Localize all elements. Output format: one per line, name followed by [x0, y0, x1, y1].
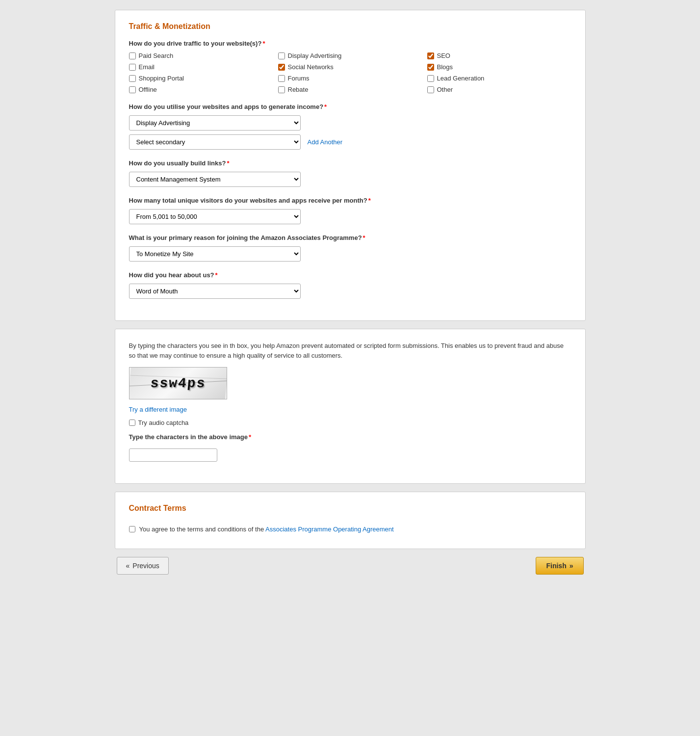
offline-checkbox[interactable] — [129, 86, 136, 93]
blogs-label: Blogs — [437, 63, 453, 71]
traffic-section-title: Traffic & Monetization — [129, 22, 571, 31]
build-links-group: How do you usually build links?* Content… — [129, 159, 571, 187]
forums-checkbox[interactable] — [278, 75, 285, 82]
finish-button[interactable]: Finish » — [536, 557, 583, 575]
try-different-image-link[interactable]: Try a different image — [129, 406, 571, 413]
captcha-image: ssw4ps — [129, 368, 227, 399]
hear-about-select[interactable]: Word of Mouth Search Engine Social Media… — [129, 284, 301, 299]
visitors-group: How many total unique visitors do your w… — [129, 197, 571, 224]
hear-about-group: How did you hear about us?* Word of Mout… — [129, 271, 571, 299]
rebate-label: Rebate — [288, 86, 309, 93]
paid-search-label: Paid Search — [139, 52, 174, 59]
checkbox-forums: Forums — [278, 75, 422, 82]
visitors-select[interactable]: From 5,001 to 50,000 Less than 500 From … — [129, 209, 301, 224]
finish-label: Finish — [546, 562, 566, 570]
captcha-image-wrapper: ssw4ps — [129, 367, 227, 399]
monetize-secondary-row: Select secondary Display Advertising Aff… — [129, 134, 571, 150]
join-reason-group: What is your primary reason for joining … — [129, 234, 571, 262]
captcha-card: By typing the characters you see in th b… — [115, 329, 586, 484]
checkbox-display-advertising: Display Advertising — [278, 52, 422, 59]
checkbox-rebate: Rebate — [278, 86, 422, 93]
audio-captcha-checkbox[interactable] — [129, 420, 135, 426]
captcha-input-group: Type the characters in the above image* — [129, 433, 571, 462]
other-label: Other — [437, 86, 453, 93]
checkbox-paid-search: Paid Search — [129, 52, 273, 59]
checkbox-lead-generation: Lead Generation — [427, 75, 571, 82]
seo-label: SEO — [437, 52, 450, 59]
monetize-question-group: How do you utilise your websites and app… — [129, 103, 571, 150]
captcha-text: ssw4ps — [150, 376, 207, 391]
hear-about-label: How did you hear about us?* — [129, 271, 571, 279]
display-advertising-checkbox[interactable] — [278, 53, 285, 59]
other-checkbox[interactable] — [427, 86, 434, 93]
previous-button[interactable]: « Previous — [117, 557, 169, 575]
traffic-question-label: How do you drive traffic to your website… — [129, 40, 571, 47]
checkbox-other: Other — [427, 86, 571, 93]
audio-captcha-label: Try audio captcha — [138, 419, 189, 426]
build-links-select[interactable]: Content Management System Manually API — [129, 172, 301, 187]
shopping-portal-checkbox[interactable] — [129, 75, 136, 82]
seo-checkbox[interactable] — [427, 53, 434, 59]
nav-buttons: « Previous Finish » — [115, 557, 586, 575]
terms-agreement-link[interactable]: Associates Programme Operating Agreement — [265, 526, 394, 533]
terms-label: You agree to the terms and conditions of… — [139, 526, 394, 533]
build-links-label: How do you usually build links?* — [129, 159, 571, 167]
traffic-monetization-card: Traffic & Monetization How do you drive … — [115, 10, 586, 321]
visitors-label: How many total unique visitors do your w… — [129, 197, 571, 204]
captcha-input-label: Type the characters in the above image* — [129, 433, 571, 441]
previous-chevron-icon: « — [126, 562, 130, 570]
captcha-text-input[interactable] — [129, 448, 217, 462]
email-label: Email — [139, 63, 155, 71]
checkbox-shopping-portal: Shopping Portal — [129, 75, 273, 82]
shopping-portal-label: Shopping Portal — [139, 75, 184, 82]
offline-label: Offline — [139, 86, 157, 93]
paid-search-checkbox[interactable] — [129, 53, 136, 59]
checkbox-seo: SEO — [427, 52, 571, 59]
monetize-secondary-select[interactable]: Select secondary Display Advertising Aff… — [129, 134, 301, 150]
join-reason-label: What is your primary reason for joining … — [129, 234, 571, 241]
finish-chevron-icon: » — [570, 562, 573, 570]
previous-label: Previous — [132, 562, 159, 570]
social-networks-label: Social Networks — [288, 63, 334, 71]
contract-terms-title: Contract Terms — [129, 504, 571, 513]
checkbox-offline: Offline — [129, 86, 273, 93]
add-another-link[interactable]: Add Another — [308, 138, 343, 146]
checkbox-blogs: Blogs — [427, 63, 571, 71]
forums-label: Forums — [288, 75, 310, 82]
terms-checkbox[interactable] — [129, 526, 135, 532]
checkbox-social-networks: Social Networks — [278, 63, 422, 71]
audio-captcha-row: Try audio captcha — [129, 419, 571, 426]
display-advertising-label: Display Advertising — [288, 52, 342, 59]
social-networks-checkbox[interactable] — [278, 64, 285, 71]
monetize-question-label: How do you utilise your websites and app… — [129, 103, 571, 110]
contract-terms-card: Contract Terms You agree to the terms an… — [115, 492, 586, 549]
email-checkbox[interactable] — [129, 64, 136, 71]
join-reason-select[interactable]: To Monetize My Site To Earn Extra Income… — [129, 246, 301, 262]
monetize-primary-select[interactable]: Display Advertising Affiliate Marketing … — [129, 115, 301, 131]
traffic-question-group: How do you drive traffic to your website… — [129, 40, 571, 93]
page-wrapper: Traffic & Monetization How do you drive … — [115, 10, 586, 575]
captcha-description: By typing the characters you see in th b… — [129, 341, 571, 360]
checkbox-email: Email — [129, 63, 273, 71]
terms-row: You agree to the terms and conditions of… — [129, 522, 571, 537]
lead-generation-checkbox[interactable] — [427, 75, 434, 82]
lead-generation-label: Lead Generation — [437, 75, 485, 82]
rebate-checkbox[interactable] — [278, 86, 285, 93]
traffic-checkboxes-grid: Paid Search Display Advertising SEO Emai… — [129, 52, 571, 93]
blogs-checkbox[interactable] — [427, 64, 434, 71]
